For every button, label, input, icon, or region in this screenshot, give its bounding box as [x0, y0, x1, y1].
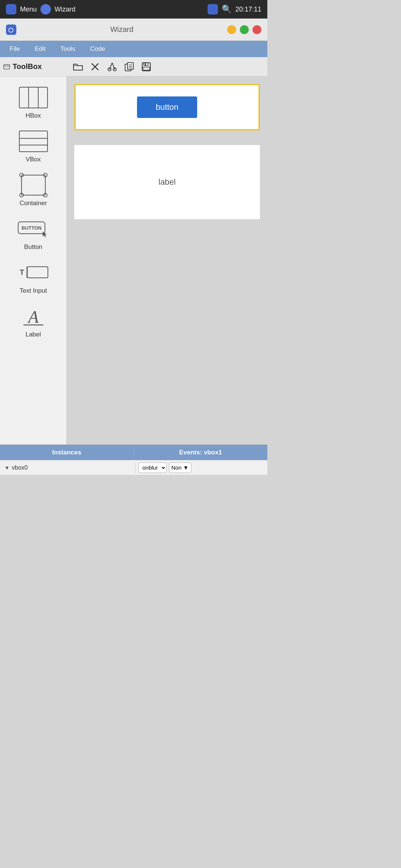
search-icon: 🔍 [222, 4, 232, 14]
save-button[interactable] [139, 60, 154, 74]
menu-edit[interactable]: Edit [28, 44, 52, 54]
canvas-label: label [159, 177, 176, 187]
tool-textinput[interactable]: T Text Input [4, 256, 63, 298]
window-title: Wizard [16, 25, 227, 34]
svg-rect-18 [145, 63, 146, 65]
toolbox-title: ToolBox [13, 62, 42, 71]
bottom-row1: Instances Events: vbox1 [0, 445, 267, 460]
menu-label: Menu [20, 6, 37, 13]
toolbox-panel: HBox VBox [0, 76, 67, 444]
collapse-icon[interactable] [3, 63, 10, 70]
textinput-label: Text Input [20, 287, 47, 295]
vbox-dropdown-arrow: ▼ [4, 465, 10, 471]
menu-tools[interactable]: Tools [54, 44, 82, 54]
design-canvas: button [74, 84, 260, 131]
svg-rect-2 [4, 65, 10, 69]
tool-hbox[interactable]: HBox [4, 81, 63, 123]
delete-button[interactable] [88, 60, 102, 74]
toolbox-header: ToolBox [3, 62, 68, 71]
close-button[interactable] [252, 25, 261, 34]
bottom-row2: ▼ vbox0 onblur Non ▼ [0, 460, 267, 475]
toolbar: ToolBox [0, 57, 267, 76]
hbox-icon [17, 85, 50, 111]
menu-file[interactable]: File [3, 44, 26, 54]
menu-code[interactable]: Code [83, 44, 112, 54]
canvas-area: button label [67, 76, 267, 444]
svg-rect-25 [22, 175, 45, 195]
minimize-button[interactable] [227, 25, 236, 34]
label-icon: A [17, 303, 50, 329]
event-row: onblur Non ▼ [135, 463, 268, 473]
svg-rect-22 [19, 131, 48, 152]
vbox-selector[interactable]: ▼ vbox0 [0, 464, 135, 471]
hbox-label: HBox [26, 112, 41, 119]
status-time: 20:17:11 [235, 6, 261, 13]
svg-rect-17 [143, 67, 150, 70]
svg-text:T: T [19, 268, 24, 276]
canvas-button[interactable]: button [137, 96, 197, 118]
non-dropdown-arrow: ▼ [183, 464, 189, 471]
status-bar: Menu Wizard 🔍 20:17:11 [0, 0, 267, 19]
title-bar: ⬡ Wizard [0, 19, 267, 41]
maximize-button[interactable] [240, 25, 249, 34]
vbox-widget[interactable]: button [75, 85, 259, 130]
svg-text:⬡: ⬡ [8, 27, 13, 33]
app-icon: ⬡ [6, 24, 16, 35]
vbox-icon [17, 128, 50, 154]
events-label: Events: vbox1 [179, 449, 222, 456]
main-layout: HBox VBox [0, 76, 267, 444]
tool-container[interactable]: Container [4, 168, 63, 211]
event-select[interactable]: onblur [138, 463, 167, 473]
wizard-label: Wizard [55, 6, 75, 13]
svg-text:BUTTON: BUTTON [22, 225, 42, 231]
tool-vbox[interactable]: VBox [4, 125, 63, 167]
button-icon: BUTTON [17, 216, 50, 242]
button-label: Button [24, 243, 42, 251]
vbox-label: VBox [26, 156, 41, 163]
window-controls [227, 25, 261, 34]
label-item-label: Label [26, 331, 41, 338]
events-panel[interactable]: Events: vbox1 [134, 449, 268, 456]
non-value: Non [172, 464, 182, 471]
menu-bar: File Edit Tools Code [0, 41, 267, 57]
tool-label[interactable]: A Label [4, 300, 63, 342]
svg-rect-32 [27, 267, 48, 278]
container-label: Container [20, 200, 47, 207]
label-panel: label [74, 145, 260, 219]
instances-label: Instances [52, 449, 81, 456]
svg-text:A: A [27, 308, 39, 326]
non-select[interactable]: Non ▼ [169, 463, 191, 473]
cut-button[interactable] [105, 60, 120, 74]
open-button[interactable] [71, 60, 85, 74]
textinput-icon: T [17, 260, 50, 286]
copy-button[interactable] [122, 60, 137, 74]
tool-button[interactable]: BUTTON Button [4, 212, 63, 254]
notification-icon [208, 4, 218, 14]
instances-panel[interactable]: Instances [0, 449, 134, 456]
bottom-bar: Instances Events: vbox1 ▼ vbox0 onblur N… [0, 444, 267, 475]
vbox-name: vbox0 [12, 464, 28, 471]
svg-rect-19 [19, 87, 48, 108]
menu-icon [6, 4, 16, 14]
svg-rect-11 [127, 63, 133, 69]
container-icon [17, 172, 50, 198]
wizard-icon [40, 4, 51, 14]
